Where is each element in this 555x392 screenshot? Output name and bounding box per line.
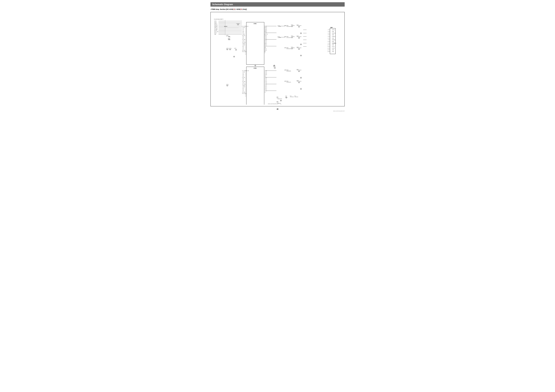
- svg-text:OUT2A: OUT2A: [265, 80, 267, 80]
- svg-text:IN2B: IN2B: [242, 31, 244, 32]
- svg-text:470nF/35V(UK): 470nF/35V(UK): [297, 81, 301, 82]
- svg-text:IN2B: IN2B: [242, 74, 244, 75]
- svg-text:5V5_PD: 5V5_PD: [214, 30, 217, 31]
- svg-text:LN84 15UH: LN84 15UH: [284, 47, 288, 48]
- svg-text:○ GND: ○ GND: [332, 51, 334, 52]
- svg-text:HCR B1: HCR B1: [229, 48, 232, 49]
- svg-text:IC37A/35: IC37A/35: [242, 35, 245, 36]
- svg-text:LFE-B: LFE-B: [214, 22, 216, 23]
- svg-text:13: 13: [328, 50, 328, 50]
- svg-text:○ RSURR_A: ○ RSURR_A: [332, 39, 336, 40]
- svg-text:IN2A: IN2A: [242, 76, 244, 76]
- svg-text:SURR_L: SURR_L: [214, 23, 217, 24]
- svg-point-205: [330, 30, 330, 30]
- svg-text:GND2B: GND2B: [265, 30, 267, 30]
- svg-text:+28V: +28V: [214, 34, 216, 35]
- svg-text:○ GND: ○ GND: [332, 41, 334, 42]
- svg-text:VCC_SGN GND_SUB: VCC_SGN GND_SUB: [242, 70, 249, 71]
- page-number: 48: [211, 108, 345, 110]
- center-signal-label: CENTER: [224, 26, 227, 27]
- svg-text:○ LEFT_A: ○ LEFT_A: [332, 29, 335, 30]
- svg-text:NC: NC: [265, 51, 266, 52]
- svg-point-209: [330, 31, 330, 32]
- svg-text:PWREN: PWREN: [242, 43, 245, 44]
- svg-text:HCC63: HCC63: [273, 66, 276, 67]
- svg-text:IN2A: IN2A: [265, 76, 266, 76]
- svg-text:VCC2B: VCC2B: [265, 26, 267, 27]
- svg-text:OUT2B: OUT2B: [242, 72, 245, 72]
- svg-rect-0: [212, 13, 343, 105]
- svg-text:VCC1A: VCC1A: [265, 42, 267, 43]
- svg-point-237: [330, 43, 330, 43]
- svg-text:1R4(C3216): 1R4(C3216): [294, 97, 298, 97]
- svg-text:GND1A: GND1A: [265, 86, 267, 87]
- cross-mark-2: ✕: [241, 8, 242, 10]
- svg-text:PWREN: PWREN: [242, 85, 245, 86]
- footer-watermark: www.usermanuals.tech: [211, 110, 345, 112]
- svg-text:GND1A: GND1A: [265, 43, 267, 44]
- svg-text:IC37A/35: IC37A/35: [242, 77, 245, 78]
- svg-text:OUT1A: OUT1A: [265, 50, 267, 51]
- svg-text:LN83 15UH: LN83 15UH: [284, 25, 288, 26]
- svg-text:OUT2B: OUT2B: [265, 27, 267, 28]
- svg-text:○ CENTER_A: ○ CENTER_A: [332, 43, 336, 43]
- svg-text:OUT1B: OUT1B: [265, 84, 267, 85]
- svg-point-217: [330, 35, 330, 35]
- svg-text:1R4(C3216): 1R4(C3216): [290, 97, 294, 97]
- svg-text:OUT1B: OUT1B: [265, 41, 267, 41]
- schematic-svg: From DDX Block SHEET 5 LFE-A LFE-B SURR_…: [212, 13, 343, 105]
- svg-text:IN2A: IN2A: [242, 33, 244, 33]
- svg-text:HCR80: HCR80: [226, 48, 228, 49]
- svg-text:VCC1B: VCC1B: [265, 39, 267, 40]
- sheet-ref-label: From DDX Block SHEET 5: [214, 19, 223, 20]
- svg-text:LFE-A: LFE-A: [214, 21, 216, 21]
- svg-text:SURR_R: SURR_R: [214, 27, 217, 28]
- svg-text:NC: NC: [265, 92, 266, 93]
- svg-text:470: 470: [226, 36, 227, 36]
- svg-text:FAULT: FAULT: [242, 41, 244, 41]
- svg-text:OUT1A: OUT1A: [265, 89, 267, 90]
- svg-text:○ GND: ○ GND: [332, 38, 334, 39]
- svg-text:HC21: HC21: [294, 96, 296, 96]
- svg-text:IN1A: IN1A: [242, 38, 244, 39]
- svg-text:LN02: LN02: [277, 101, 278, 102]
- svg-text:HRR82: HRR82: [226, 84, 228, 85]
- svg-text:18S(2612): 18S(2612): [278, 37, 281, 38]
- svg-rect-113: [246, 67, 264, 105]
- svg-text:ICRB2: ICRB2: [254, 68, 256, 69]
- svg-text:VCC2A: VCC2A: [265, 33, 267, 33]
- svg-text:10: 10: [328, 45, 328, 45]
- svg-text:LN85 15UH: LN85 15UH: [284, 70, 288, 70]
- svg-text:HCR14: HCR14: [278, 36, 280, 37]
- svg-text:VCG: VCG: [242, 47, 244, 48]
- svg-text:VVS: VVS: [242, 29, 244, 29]
- svg-text:12: 12: [328, 48, 328, 49]
- svg-point-253: [330, 50, 330, 50]
- svg-text:BIAS: BIAS: [242, 46, 244, 47]
- svg-text:33R: 33R: [285, 97, 287, 97]
- svg-text:GND2B: GND2B: [265, 74, 267, 75]
- svg-text:TRI_WAR: TRI_WAR: [242, 81, 245, 82]
- svg-text:GND2A: GND2A: [265, 31, 267, 32]
- svg-text:[Value]: [Value]: [330, 27, 333, 28]
- svg-text:GND_SUB: GND_SUB: [264, 34, 268, 35]
- svg-text:○ SURR_A: ○ SURR_A: [332, 36, 335, 37]
- svg-text:VDD: VDD: [242, 91, 244, 91]
- svg-text:○ GND: ○ GND: [332, 44, 334, 45]
- svg-text:TRI_WAR: TRI_WAR: [242, 39, 245, 40]
- svg-text:4.7k(3216): 4.7k(3216): [291, 25, 295, 26]
- svg-text:OUT2A: OUT2A: [265, 36, 267, 37]
- svg-text:OUT1B: OUT1B: [265, 81, 267, 82]
- svg-text:VDD: VDD: [265, 47, 266, 48]
- svg-text:CONFIG: CONFIG: [242, 45, 245, 45]
- svg-text:VCC2B: VCC2B: [265, 73, 267, 74]
- svg-text:OUT2A: OUT2A: [265, 35, 267, 36]
- section-title: Schematic Diagram: [212, 3, 343, 6]
- svg-text:ICRB1: ICRB1: [254, 23, 256, 24]
- svg-text:○ LFE_A: ○ LFE_A: [332, 46, 335, 47]
- schematic-container: From DDX Block SHEET 5 LFE-A LFE-B SURR_…: [211, 12, 345, 106]
- svg-text:18S(2612): 18S(2612): [278, 26, 281, 27]
- bullet: • PWM Amp. Section [HC-4130(: [211, 8, 233, 10]
- svg-text:FAULT: FAULT: [214, 33, 217, 33]
- svg-rect-28: [246, 22, 264, 64]
